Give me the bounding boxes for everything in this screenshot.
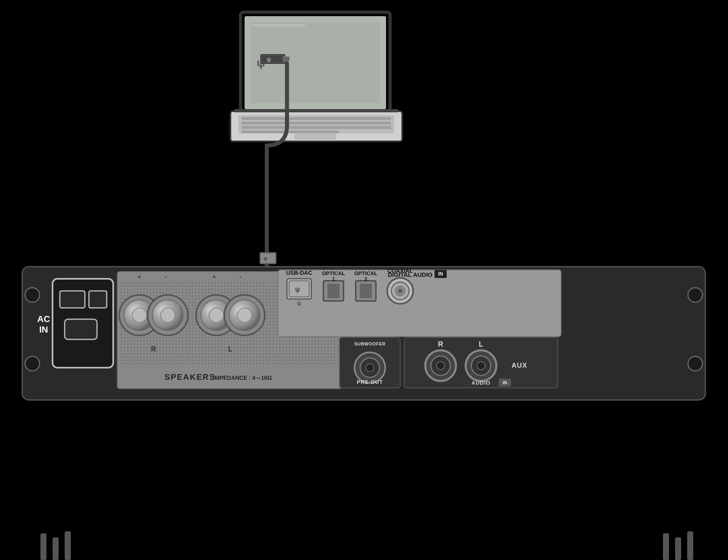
svg-text:ψ: ψ xyxy=(264,255,268,261)
svg-text:IN: IN xyxy=(503,380,507,385)
svg-text:OPTICAL: OPTICAL xyxy=(354,270,377,276)
svg-text:SPEAKERS: SPEAKERS xyxy=(165,373,215,381)
ac-in-label: AC xyxy=(37,314,50,324)
svg-point-42 xyxy=(132,308,147,322)
svg-rect-32 xyxy=(65,319,97,339)
svg-rect-102 xyxy=(687,531,693,560)
svg-point-25 xyxy=(25,356,40,371)
svg-text:+: + xyxy=(138,273,141,280)
svg-text:ψ: ψ xyxy=(267,56,271,63)
svg-text:ψ: ψ xyxy=(297,300,301,306)
svg-text:PRE OUT: PRE OUT xyxy=(357,379,383,385)
svg-point-51 xyxy=(237,308,252,322)
svg-text:IN: IN xyxy=(438,271,443,277)
svg-text:R: R xyxy=(438,340,443,348)
svg-text:AUDIO: AUDIO xyxy=(472,380,491,386)
svg-rect-9 xyxy=(242,126,391,129)
svg-text:R: R xyxy=(151,345,156,353)
amplifier-body: AC IN + - + - xyxy=(22,267,705,400)
svg-text:SUBWOOFER: SUBWOOFER xyxy=(354,341,385,346)
svg-text:-: - xyxy=(240,273,242,280)
svg-text:DIGITAL  AUDIO: DIGITAL AUDIO xyxy=(388,271,433,278)
svg-rect-98 xyxy=(53,537,59,560)
svg-point-82 xyxy=(366,364,374,372)
svg-point-26 xyxy=(688,288,703,302)
svg-text:2: 2 xyxy=(365,276,367,282)
svg-text:AUX: AUX xyxy=(512,362,528,369)
svg-text:L: L xyxy=(479,340,483,348)
svg-rect-30 xyxy=(60,291,85,308)
svg-text:+: + xyxy=(213,273,216,280)
svg-rect-17 xyxy=(283,57,289,61)
svg-rect-10 xyxy=(242,131,339,133)
svg-rect-99 xyxy=(65,531,71,560)
svg-rect-12 xyxy=(234,109,398,112)
svg-point-27 xyxy=(688,356,703,371)
svg-rect-100 xyxy=(663,533,669,560)
svg-text:USB-DAC: USB-DAC xyxy=(286,269,312,276)
svg-rect-4 xyxy=(253,24,305,26)
svg-rect-67 xyxy=(360,284,372,298)
svg-text:L: L xyxy=(228,345,233,353)
svg-point-92 xyxy=(477,362,485,370)
svg-rect-56 xyxy=(278,270,561,337)
main-diagram: ψ ψ ψ AC IN xyxy=(0,0,728,560)
svg-point-48 xyxy=(209,308,224,322)
svg-rect-8 xyxy=(242,122,391,124)
svg-point-24 xyxy=(25,288,40,302)
svg-text:OPTICAL: OPTICAL xyxy=(322,270,345,276)
svg-text:1: 1 xyxy=(332,276,335,282)
svg-rect-31 xyxy=(89,291,107,308)
svg-rect-15 xyxy=(262,56,284,62)
svg-text:IMPEDANCE : 4～16Ω: IMPEDANCE : 4～16Ω xyxy=(213,375,272,381)
laptop-illustration: ψ xyxy=(230,12,402,141)
svg-text:IN: IN xyxy=(39,324,48,335)
svg-rect-97 xyxy=(40,533,46,560)
svg-point-89 xyxy=(437,362,445,370)
svg-rect-63 xyxy=(327,284,340,298)
svg-rect-11 xyxy=(295,134,336,139)
svg-rect-101 xyxy=(675,537,681,560)
svg-point-45 xyxy=(160,308,175,322)
svg-text:-: - xyxy=(165,273,167,280)
svg-point-73 xyxy=(398,289,402,293)
svg-rect-7 xyxy=(242,117,391,120)
svg-text:ψ: ψ xyxy=(295,286,300,293)
